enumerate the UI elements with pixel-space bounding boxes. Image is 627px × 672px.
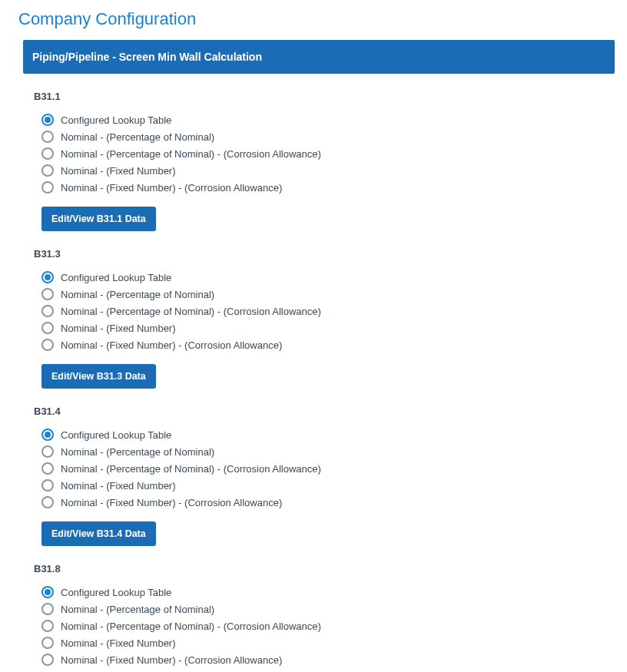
radio-option[interactable]: Nominal - (Percentage of Nominal) - (Cor… [34,460,615,477]
radio-label: Nominal - (Percentage of Nominal) [61,604,214,615]
radio-label: Nominal - (Percentage of Nominal) [61,289,214,300]
radio-icon [41,147,54,160]
radio-option[interactable]: Nominal - (Percentage of Nominal) [34,286,615,303]
radio-option[interactable]: Nominal - (Percentage of Nominal) - (Cor… [34,145,615,162]
radio-icon [41,429,54,441]
page-title: Company Configuration [18,9,615,29]
edit-view-button[interactable]: Edit/View B31.4 Data [41,521,156,546]
radio-option[interactable]: Nominal - (Fixed Number) [34,477,615,494]
section-b31-3: B31.3Configured Lookup TableNominal - (P… [34,248,615,389]
radio-option[interactable]: Configured Lookup Table [34,584,615,601]
radio-label: Nominal - (Percentage of Nominal) - (Cor… [61,621,321,632]
radio-label: Nominal - (Fixed Number) [61,637,176,649]
sections-container: B31.1Configured Lookup TableNominal - (P… [23,91,615,672]
radio-icon [41,288,54,300]
radio-icon [41,445,54,458]
radio-icon [41,479,54,492]
radio-option[interactable]: Nominal - (Fixed Number) - (Corrosion Al… [34,651,615,668]
radio-icon [41,339,54,351]
radio-option[interactable]: Configured Lookup Table [34,111,615,128]
radio-option[interactable]: Nominal - (Fixed Number) - (Corrosion Al… [34,336,615,353]
section-b31-1: B31.1Configured Lookup TableNominal - (P… [34,91,615,231]
section-b31-4: B31.4Configured Lookup TableNominal - (P… [34,406,615,546]
section-b31-8: B31.8Configured Lookup TableNominal - (P… [34,563,615,672]
radio-label: Nominal - (Percentage of Nominal) [61,446,214,458]
radio-label: Nominal - (Fixed Number) - (Corrosion Al… [61,182,282,194]
radio-option[interactable]: Nominal - (Fixed Number) - (Corrosion Al… [34,494,615,511]
radio-option[interactable]: Nominal - (Percentage of Nominal) [34,443,615,460]
radio-icon [41,637,54,649]
radio-icon [41,586,54,598]
radio-icon [41,496,54,508]
radio-icon [41,114,54,126]
radio-option[interactable]: Nominal - (Percentage of Nominal) [34,601,615,617]
radio-icon [41,620,54,632]
radio-icon [41,271,54,283]
radio-icon [41,164,54,177]
radio-icon [41,603,54,615]
section-title: B31.8 [34,563,615,574]
radio-label: Nominal - (Fixed Number) - (Corrosion Al… [61,339,282,351]
radio-label: Configured Lookup Table [61,114,171,126]
radio-label: Nominal - (Percentage of Nominal) - (Cor… [61,306,321,317]
config-panel: Piping/Pipeline - Screen Min Wall Calcul… [23,40,615,672]
radio-option[interactable]: Configured Lookup Table [34,426,615,443]
section-title: B31.1 [34,91,615,102]
radio-label: Configured Lookup Table [61,429,171,441]
section-title: B31.4 [34,406,615,417]
radio-icon [41,305,54,317]
radio-option[interactable]: Nominal - (Fixed Number) [34,162,615,179]
edit-view-button[interactable]: Edit/View B31.1 Data [41,207,156,231]
radio-label: Nominal - (Fixed Number) [61,165,176,177]
radio-icon [41,181,54,194]
radio-option[interactable]: Nominal - (Percentage of Nominal) [34,128,615,145]
radio-option[interactable]: Nominal - (Fixed Number) - (Corrosion Al… [34,179,615,196]
radio-option[interactable]: Nominal - (Fixed Number) [34,319,615,336]
radio-label: Nominal - (Fixed Number) [61,323,176,334]
section-title: B31.3 [34,248,615,260]
radio-icon [41,654,54,666]
radio-icon [41,131,54,143]
radio-label: Nominal - (Percentage of Nominal) [61,131,214,143]
edit-view-button[interactable]: Edit/View B31.3 Data [41,364,156,389]
radio-label: Nominal - (Fixed Number) [61,480,176,492]
panel-header: Piping/Pipeline - Screen Min Wall Calcul… [23,40,615,74]
radio-label: Nominal - (Fixed Number) - (Corrosion Al… [61,497,282,508]
radio-icon [41,462,54,475]
radio-option[interactable]: Nominal - (Fixed Number) [34,634,615,651]
radio-label: Nominal - (Percentage of Nominal) - (Cor… [61,463,321,475]
radio-option[interactable]: Nominal - (Percentage of Nominal) - (Cor… [34,617,615,634]
radio-option[interactable]: Configured Lookup Table [34,269,615,286]
radio-label: Nominal - (Fixed Number) - (Corrosion Al… [61,654,282,666]
radio-label: Nominal - (Percentage of Nominal) - (Cor… [61,148,321,160]
radio-label: Configured Lookup Table [61,587,171,598]
radio-label: Configured Lookup Table [61,272,171,283]
radio-icon [41,322,54,334]
radio-option[interactable]: Nominal - (Percentage of Nominal) - (Cor… [34,303,615,319]
